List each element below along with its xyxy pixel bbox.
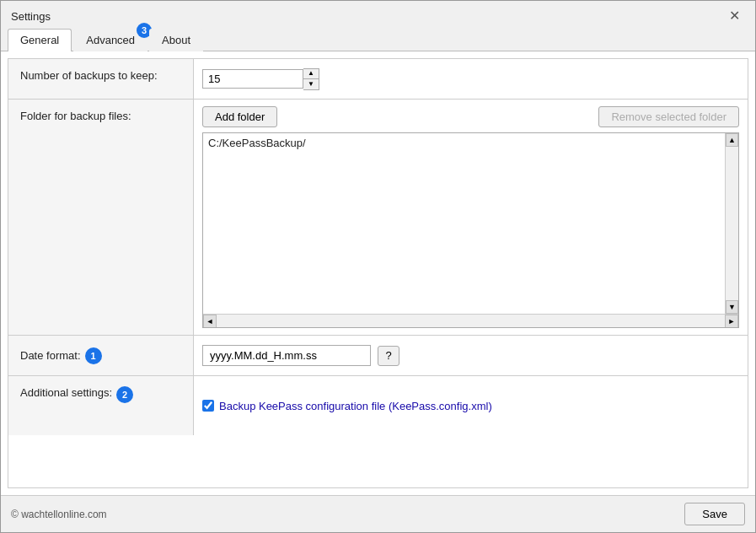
footer: © wachtellonline.com Save (1, 495, 755, 532)
settings-window: Settings ✕ General Advanced 3 About Numb… (0, 0, 756, 533)
folder-label: Folder for backup files: (8, 100, 194, 335)
folder-main-area: C:/KeePassBackup/ ▲ ▼ (203, 133, 738, 314)
spin-buttons: ▲ ▼ (303, 68, 319, 90)
copyright-text: © wachtellonline.com (11, 509, 107, 520)
scroll-right-arrow[interactable]: ► (725, 315, 738, 328)
backups-content: ▲ ▼ (194, 59, 748, 99)
close-button[interactable]: ✕ (724, 8, 745, 24)
backups-input[interactable] (202, 69, 303, 89)
folder-list[interactable]: C:/KeePassBackup/ (203, 133, 725, 314)
scroll-left-arrow[interactable]: ◄ (203, 315, 217, 328)
folder-buttons: Add folder Remove selected folder (202, 106, 739, 127)
scroll-track (726, 147, 738, 300)
add-folder-button[interactable]: Add folder (202, 106, 277, 127)
folder-list-wrapper: C:/KeePassBackup/ ▲ ▼ ◄ ► (202, 132, 739, 328)
folder-row: Folder for backup files: Add folder Remo… (8, 100, 748, 336)
date-format-label: Date format: 1 (8, 336, 194, 375)
remove-folder-button[interactable]: Remove selected folder (598, 106, 739, 127)
backup-config-label[interactable]: Backup KeePass configuration file (KeePa… (202, 400, 492, 412)
settings-table: Number of backups to keep: ▲ ▼ Folder fo… (8, 58, 748, 488)
tab-bar: General Advanced 3 About (1, 28, 755, 51)
badge-2: 2 (116, 386, 133, 403)
badge-1: 1 (85, 347, 102, 364)
tab-general[interactable]: General (8, 29, 72, 51)
date-format-help-button[interactable]: ? (378, 346, 399, 366)
scrollbar-vertical[interactable]: ▲ ▼ (725, 133, 738, 314)
spin-down-button[interactable]: ▼ (303, 79, 319, 89)
additional-settings-row: Additional settings: 2 Backup KeePass co… (8, 376, 748, 435)
date-format-content: ? (194, 336, 748, 375)
folder-item: C:/KeePassBackup/ (203, 135, 725, 151)
scrollbar-horizontal[interactable]: ◄ ► (203, 314, 738, 327)
scroll-down-arrow[interactable]: ▼ (726, 300, 738, 314)
date-format-input[interactable] (202, 345, 371, 366)
tab-advanced-label: Advanced (86, 34, 135, 46)
additional-content: Backup KeePass configuration file (KeePa… (194, 376, 748, 435)
folder-content: Add folder Remove selected folder C:/Kee… (194, 100, 748, 335)
date-format-row: Date format: 1 ? (8, 336, 748, 376)
tab-about[interactable]: About (149, 29, 203, 51)
backup-config-text: Backup KeePass configuration file (KeePa… (219, 400, 492, 412)
scroll-up-arrow[interactable]: ▲ (726, 133, 738, 147)
save-button[interactable]: Save (684, 503, 745, 525)
title-bar: Settings ✕ (1, 1, 755, 28)
backups-row: Number of backups to keep: ▲ ▼ (8, 59, 748, 100)
backups-spinbox-wrapper: ▲ ▼ (202, 68, 319, 90)
settings-content: Number of backups to keep: ▲ ▼ Folder fo… (1, 51, 755, 495)
window-title: Settings (11, 10, 51, 23)
title-bar-left: Settings (11, 10, 51, 23)
backups-label: Number of backups to keep: (8, 59, 194, 99)
tab-about-label: About (162, 34, 190, 46)
backup-config-checkbox[interactable] (202, 400, 214, 412)
tab-advanced[interactable]: Advanced 3 (73, 29, 147, 51)
spin-up-button[interactable]: ▲ (303, 69, 319, 79)
additional-label: Additional settings: 2 (8, 376, 194, 435)
tab-general-label: General (20, 34, 59, 46)
